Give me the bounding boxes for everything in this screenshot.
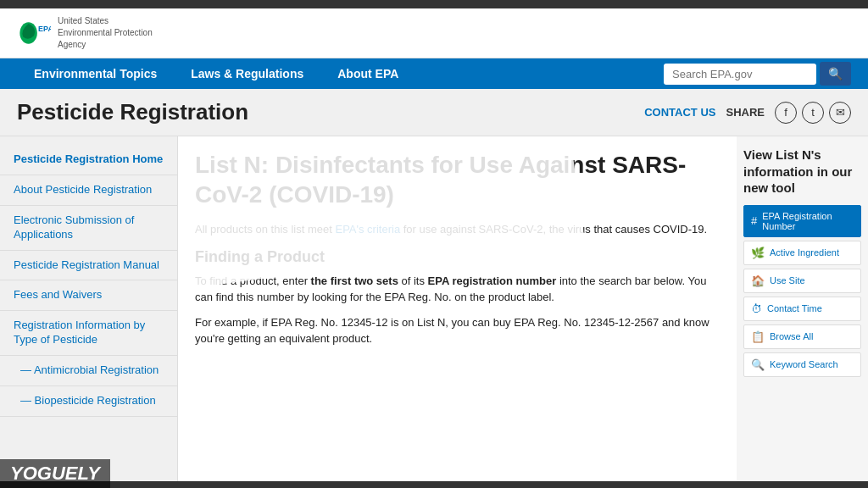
tool-item-reg-number[interactable]: # EPA Registration Number	[743, 205, 861, 237]
tool-item-browse-all[interactable]: 📋 Browse All	[743, 324, 861, 349]
sidebar-item-biopesticide[interactable]: — Biopesticide Registration	[0, 386, 177, 417]
share-label: SHARE	[726, 106, 765, 119]
active-ingredient-icon: 🌿	[751, 247, 765, 259]
tool-item-contact-time[interactable]: ⏱ Contact Time	[743, 297, 861, 321]
page-title: Pesticide Registration	[17, 99, 248, 125]
facebook-icon[interactable]: f	[775, 102, 797, 124]
tool-item-use-site[interactable]: 🏠 Use Site	[743, 269, 861, 293]
main-layout: Pesticide Registration Home About Pestic…	[0, 136, 868, 488]
page-actions: CONTACT US SHARE f t ✉	[644, 102, 851, 124]
finding-text-2: For example, if EPA Reg. No. 12345-12 is…	[195, 314, 720, 347]
keyword-search-icon: 🔍	[751, 358, 765, 371]
finding-text-1: To find a product, enter the first two s…	[195, 273, 720, 306]
page-header: Pesticide Registration CONTACT US SHARE …	[0, 89, 868, 136]
nav-laws-regulations[interactable]: Laws & Regulations	[174, 58, 320, 89]
svg-text:EPA: EPA	[38, 25, 51, 33]
tool-label-reg-number: EPA Registration Number	[762, 211, 854, 231]
epa-agency-text: United States Environmental Protection A…	[58, 15, 153, 51]
social-icons: f t ✉	[775, 102, 851, 124]
sidebar-item-fees-waivers[interactable]: Fees and Waivers	[0, 280, 177, 311]
tool-item-keyword-search[interactable]: 🔍 Keyword Search	[743, 352, 861, 377]
sidebar-item-reg-home[interactable]: Pesticide Registration Home	[0, 145, 177, 175]
right-sidebar: View List N's information in our new too…	[737, 136, 868, 488]
content-area: List N: Disinfectants for Use Against SA…	[178, 136, 868, 488]
tool-label-contact-time: Contact Time	[767, 303, 822, 313]
epa-logo-icon: EPA	[17, 19, 51, 47]
sidebar-item-reg-info-type[interactable]: Registration Information by Type of Pest…	[0, 311, 177, 356]
sidebar-item-antimicrobial[interactable]: — Antimicrobial Registration	[0, 356, 177, 386]
tool-label-keyword-search: Keyword Search	[770, 359, 838, 369]
browse-all-icon: 📋	[751, 330, 765, 343]
use-site-icon: 🏠	[751, 274, 765, 287]
top-bar	[0, 0, 868, 8]
contact-time-icon: ⏱	[751, 302, 762, 315]
search-input[interactable]	[664, 64, 816, 85]
email-icon[interactable]: ✉	[829, 102, 851, 124]
nav-links: Environmental Topics Laws & Regulations …	[17, 58, 415, 89]
epa-criteria-link[interactable]: EPA's criteria	[335, 223, 400, 236]
tool-item-active-ingredient[interactable]: 🌿 Active Ingredient	[743, 241, 861, 265]
watermark: YOGUELY	[0, 459, 110, 488]
tool-label-use-site: Use Site	[770, 275, 805, 286]
epa-svg-logo: EPA	[17, 19, 51, 47]
reg-number-icon: #	[751, 214, 757, 227]
twitter-icon[interactable]: t	[802, 102, 824, 124]
bottom-bar	[0, 481, 868, 488]
epa-logo: EPA United States Environmental Protecti…	[17, 15, 153, 51]
finding-heading: Finding a Product	[195, 248, 720, 266]
main-intro: All products on this list meet EPA's cri…	[195, 221, 720, 238]
main-content: List N: Disinfectants for Use Against SA…	[178, 136, 737, 488]
site-header: EPA United States Environmental Protecti…	[0, 8, 868, 58]
sidebar: Pesticide Registration Home About Pestic…	[0, 136, 178, 488]
tool-label-browse-all: Browse All	[770, 331, 813, 341]
sidebar-item-about-reg[interactable]: About Pesticide Registration	[0, 175, 177, 206]
search-button[interactable]: 🔍	[820, 62, 851, 86]
main-heading: List N: Disinfectants for Use Against SA…	[195, 150, 720, 209]
sidebar-item-electronic-sub[interactable]: Electronic Submission of Applications	[0, 206, 177, 251]
nav-bar: Environmental Topics Laws & Regulations …	[0, 58, 868, 89]
sidebar-item-reg-manual[interactable]: Pesticide Registration Manual	[0, 251, 177, 281]
nav-environmental-topics[interactable]: Environmental Topics	[17, 58, 174, 89]
tool-label-active-ingredient: Active Ingredient	[770, 247, 839, 258]
contact-us-link[interactable]: CONTACT US	[644, 106, 715, 119]
nav-search: 🔍	[664, 62, 851, 86]
right-sidebar-title: View List N's information in our new too…	[743, 147, 861, 197]
nav-about-epa[interactable]: About EPA	[320, 58, 415, 89]
